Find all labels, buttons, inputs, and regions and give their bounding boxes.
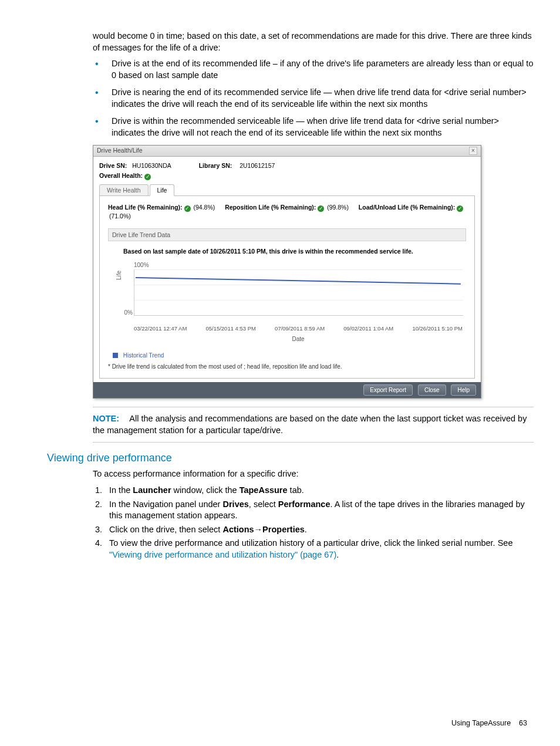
legend-label: Historical Trend: [123, 352, 164, 359]
page-footer: Using TapeAssure 63: [451, 718, 527, 728]
note-label: NOTE:: [93, 414, 119, 423]
intro-bullet-1: Drive is at the end of its recommended l…: [93, 58, 534, 81]
trend-panel-heading: Drive Life Trend Data: [108, 228, 466, 241]
section-heading: Viewing drive performance: [47, 451, 534, 465]
trend-chart: Life 100% 0% 03/22/2011 12:47 AM 05/15/2…: [123, 261, 466, 343]
head-life-label: Head Life (% Remaining):: [108, 203, 183, 211]
close-icon[interactable]: ×: [469, 147, 477, 155]
footer-page-number: 63: [519, 719, 527, 727]
tab-write-health[interactable]: Write Health: [99, 184, 149, 196]
footer-label: Using TapeAssure: [451, 719, 511, 727]
check-icon: ✓: [457, 205, 463, 212]
drive-sn-value: HU10630NDA: [132, 161, 171, 170]
x-tick: 03/22/2011 12:47 AM: [134, 325, 187, 333]
intro-bullet-list: Drive is at the end of its recommended l…: [93, 58, 534, 139]
export-report-button[interactable]: Export Report: [363, 384, 413, 396]
y-tick-top: 100%: [134, 261, 466, 269]
step-4: To view the drive performance and utiliz…: [104, 538, 534, 561]
x-tick: 07/09/2011 8:59 AM: [275, 325, 325, 333]
library-sn-label: Library SN:: [199, 161, 232, 170]
x-axis-label: Date: [134, 335, 463, 343]
dialog-title: Drive Health/Life: [97, 146, 143, 154]
dialog-footer: Export Report Close Help: [93, 382, 481, 399]
steps-list: In the Launcher window, click the TapeAs…: [93, 485, 534, 561]
drive-sn-label: Drive SN:: [99, 161, 127, 170]
intro-paragraph: would become 0 in time; based on this da…: [93, 31, 534, 53]
library-sn-value: 2U10612157: [239, 161, 275, 170]
dialog-titlebar: Drive Health/Life ×: [93, 146, 481, 157]
drive-health-dialog: Drive Health/Life × Drive SN: HU10630NDA…: [93, 145, 481, 399]
help-button[interactable]: Help: [451, 384, 476, 396]
trend-line: [136, 277, 461, 285]
reposition-life-label: Reposition Life (% Remaining):: [225, 203, 316, 211]
section-lead: To access performance information for a …: [93, 468, 534, 480]
step-3: Click on the drive, then select Actions→…: [104, 524, 534, 536]
tab-life[interactable]: Life: [150, 184, 175, 196]
overall-health-label: Overall Health:: [99, 172, 143, 179]
check-icon: ✓: [318, 205, 324, 212]
intro-bullet-2: Drive is nearing the end of its recommen…: [93, 87, 534, 110]
x-tick: 10/26/2011 5:10 PM: [412, 325, 463, 333]
y-tick-bottom: 0%: [122, 309, 133, 317]
load-life-label: Load/Unload Life (% Remaining):: [359, 203, 456, 211]
note-text: All the analysis and recommendations are…: [93, 414, 527, 435]
intro-bullet-3: Drive is within the recommended servicea…: [93, 116, 534, 139]
chart-legend: Historical Trend: [113, 352, 466, 360]
check-icon: ✓: [144, 174, 151, 180]
life-tab-panel: Head Life (% Remaining): ✓ (94.8%) Repos…: [99, 195, 475, 379]
reposition-life-value: (99.8%): [327, 203, 349, 211]
close-button[interactable]: Close: [418, 384, 446, 396]
check-icon: ✓: [184, 205, 191, 212]
legend-swatch-icon: [113, 353, 118, 358]
head-life-value: (94.8%): [193, 203, 215, 211]
tab-bar: Write Health Life: [99, 184, 475, 195]
load-life-value: (71.0%): [109, 212, 131, 220]
note-block: NOTE: All the analysis and recommendatio…: [93, 407, 534, 443]
cross-ref-link[interactable]: "Viewing drive performance and utilizati…: [109, 550, 336, 559]
y-axis-label: Life: [115, 271, 123, 280]
step-1: In the Launcher window, click the TapeAs…: [104, 485, 534, 497]
trend-message: Based on last sample date of 10/26/2011 …: [123, 247, 466, 255]
x-tick: 05/15/2011 4:53 PM: [205, 325, 256, 333]
x-tick: 09/02/2011 1:04 AM: [343, 325, 393, 333]
plot-area: [134, 269, 463, 316]
step-2: In the Navigation panel under Drives, se…: [104, 499, 534, 522]
chart-footnote: * Drive life trend is calculated from th…: [108, 363, 466, 371]
